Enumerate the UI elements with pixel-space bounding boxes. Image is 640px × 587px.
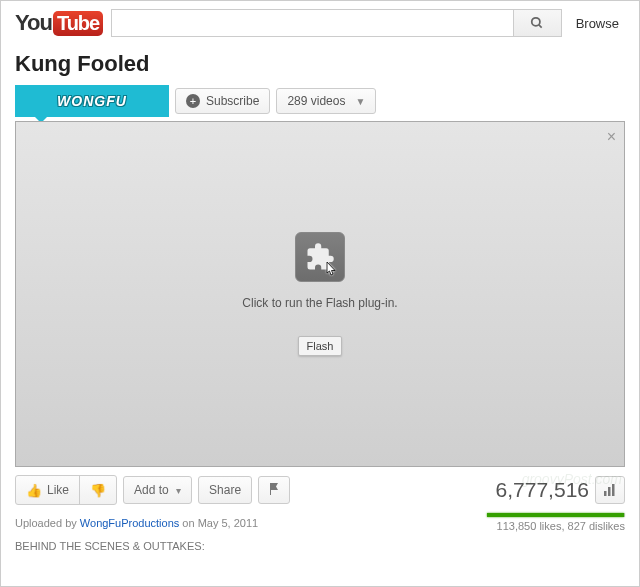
svg-line-1 bbox=[539, 25, 542, 28]
uploader-link[interactable]: WongFuProductions bbox=[80, 517, 179, 529]
upload-row: Uploaded by WongFuProductions on May 5, … bbox=[15, 513, 625, 532]
youtube-logo[interactable]: You Tube bbox=[15, 10, 103, 36]
add-to-button[interactable]: Add to ▾ bbox=[123, 476, 192, 504]
svg-point-0 bbox=[532, 18, 540, 26]
subscribe-button[interactable]: + Subscribe bbox=[175, 88, 270, 114]
ratio-fill bbox=[487, 513, 624, 517]
videos-count-button[interactable]: 289 videos ▼ bbox=[276, 88, 376, 114]
logo-you-text: You bbox=[15, 10, 52, 36]
search-button[interactable] bbox=[514, 9, 562, 37]
chevron-down-icon: ▼ bbox=[355, 96, 365, 107]
cursor-icon bbox=[322, 261, 338, 283]
channel-row: WONGFU + Subscribe 289 videos ▼ bbox=[15, 85, 625, 117]
addto-label: Add to bbox=[134, 483, 169, 497]
ratio-bar bbox=[487, 513, 625, 517]
like-label: Like bbox=[47, 483, 69, 497]
like-button[interactable]: 👍 Like bbox=[16, 476, 80, 504]
upload-prefix: Uploaded by bbox=[15, 517, 80, 529]
video-title: Kung Fooled bbox=[15, 51, 625, 77]
like-dislike-group: 👍 Like 👎 bbox=[15, 475, 117, 505]
videos-count-label: 289 videos bbox=[287, 94, 345, 108]
thumb-up-icon: 👍 bbox=[26, 483, 42, 498]
search-input[interactable] bbox=[111, 9, 513, 37]
flash-tooltip: Flash bbox=[298, 336, 343, 356]
logo-tube-text: Tube bbox=[53, 11, 103, 36]
likes-ratio: 113,850 likes, 827 dislikes bbox=[487, 513, 625, 532]
dislike-button[interactable]: 👎 bbox=[80, 476, 116, 504]
flag-icon bbox=[269, 483, 279, 495]
upload-date: on May 5, 2011 bbox=[179, 517, 258, 529]
upload-info: Uploaded by WongFuProductions on May 5, … bbox=[15, 517, 258, 529]
search-icon bbox=[530, 16, 544, 30]
flag-button[interactable] bbox=[258, 476, 290, 504]
chevron-down-icon: ▾ bbox=[176, 485, 181, 496]
thumb-down-icon: 👎 bbox=[90, 483, 106, 498]
header: You Tube Browse bbox=[15, 9, 625, 37]
plus-icon: + bbox=[186, 94, 200, 108]
close-icon[interactable]: × bbox=[607, 128, 616, 146]
description-start: BEHIND THE SCENES & OUTTAKES: bbox=[15, 540, 625, 552]
channel-badge[interactable]: WONGFU bbox=[15, 85, 169, 117]
channel-name: WONGFU bbox=[57, 93, 127, 109]
plugin-text: Click to run the Flash plug-in. bbox=[242, 296, 397, 310]
share-button[interactable]: Share bbox=[198, 476, 252, 504]
plugin-puzzle-icon[interactable] bbox=[295, 232, 345, 282]
svg-rect-3 bbox=[608, 487, 611, 496]
svg-rect-2 bbox=[604, 491, 607, 496]
likes-dislikes-text: 113,850 likes, 827 dislikes bbox=[487, 520, 625, 532]
video-player[interactable]: × Click to run the Flash plug-in. Flash bbox=[15, 121, 625, 467]
watermark: groovyPost.com bbox=[522, 471, 622, 487]
search-form bbox=[111, 9, 561, 37]
browse-link[interactable]: Browse bbox=[570, 16, 625, 31]
subscribe-label: Subscribe bbox=[206, 94, 259, 108]
